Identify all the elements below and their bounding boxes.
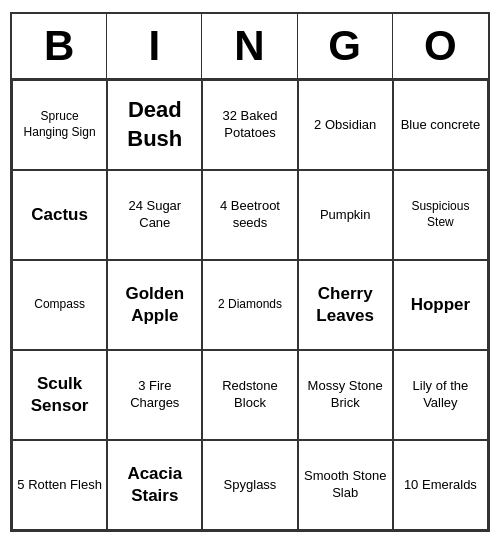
bingo-cell-22: Spyglass xyxy=(202,440,297,530)
bingo-cell-6: 24 Sugar Cane xyxy=(107,170,202,260)
bingo-cell-2: 32 Baked Potatoes xyxy=(202,80,297,170)
bingo-cell-7: 4 Beetroot seeds xyxy=(202,170,297,260)
bingo-cell-17: Redstone Block xyxy=(202,350,297,440)
bingo-cell-23: Smooth Stone Slab xyxy=(298,440,393,530)
bingo-cell-8: Pumpkin xyxy=(298,170,393,260)
bingo-card: BINGO Spruce Hanging SignDead Bush32 Bak… xyxy=(10,12,490,532)
bingo-cell-16: 3 Fire Charges xyxy=(107,350,202,440)
bingo-cell-1: Dead Bush xyxy=(107,80,202,170)
bingo-cell-21: Acacia Stairs xyxy=(107,440,202,530)
bingo-cell-4: Blue concrete xyxy=(393,80,488,170)
bingo-cell-19: Lily of the Valley xyxy=(393,350,488,440)
bingo-letter-g: G xyxy=(298,14,393,78)
bingo-cell-12: 2 Diamonds xyxy=(202,260,297,350)
bingo-cell-20: 5 Rotten Flesh xyxy=(12,440,107,530)
bingo-cell-14: Hopper xyxy=(393,260,488,350)
bingo-cell-24: 10 Emeralds xyxy=(393,440,488,530)
bingo-cell-10: Compass xyxy=(12,260,107,350)
bingo-grid: Spruce Hanging SignDead Bush32 Baked Pot… xyxy=(12,80,488,530)
bingo-cell-3: 2 Obsidian xyxy=(298,80,393,170)
bingo-letter-n: N xyxy=(202,14,297,78)
bingo-cell-5: Cactus xyxy=(12,170,107,260)
bingo-cell-13: Cherry Leaves xyxy=(298,260,393,350)
bingo-letter-b: B xyxy=(12,14,107,78)
bingo-cell-0: Spruce Hanging Sign xyxy=(12,80,107,170)
bingo-header: BINGO xyxy=(12,14,488,80)
bingo-cell-9: Suspicious Stew xyxy=(393,170,488,260)
bingo-cell-15: Sculk Sensor xyxy=(12,350,107,440)
bingo-letter-o: O xyxy=(393,14,488,78)
bingo-letter-i: I xyxy=(107,14,202,78)
bingo-cell-18: Mossy Stone Brick xyxy=(298,350,393,440)
bingo-cell-11: Golden Apple xyxy=(107,260,202,350)
